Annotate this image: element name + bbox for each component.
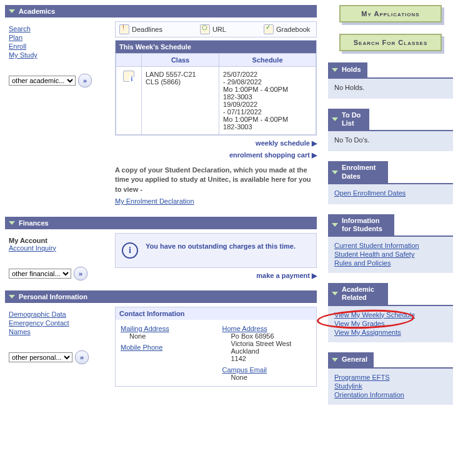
link-search[interactable]: Search (9, 25, 115, 32)
campus-email-link[interactable]: Campus Email (222, 366, 312, 374)
academics-toolbar: Deadlines URL Gradebook (115, 21, 317, 37)
view-weekly-schedule-link[interactable]: View My Weekly Schedule (334, 311, 447, 319)
collapse-icon (332, 117, 338, 121)
collapse-icon (332, 171, 338, 174)
enrolment-cart-link[interactable]: enrolment shopping cart ▶ (115, 151, 317, 159)
mobile-phone-link[interactable]: Mobile Phone (121, 344, 210, 351)
link-enroll[interactable]: Enroll (9, 42, 115, 50)
collapse-icon (9, 295, 15, 299)
finances-title: Finances (19, 219, 49, 227)
link-plan[interactable]: Plan (9, 34, 115, 41)
gradebook-button[interactable]: Gradebook (264, 24, 310, 34)
general-title: General (342, 355, 367, 364)
todo-title: To Do List (342, 111, 363, 127)
cell-class: LAND 5557-C21 CLS (5866) (142, 67, 219, 135)
deadlines-button[interactable]: Deadlines (119, 24, 162, 34)
home-address-value: Po Box 68956 Victoria Street West Auckla… (231, 332, 312, 362)
link-emergency[interactable]: Emergency Contact (9, 319, 115, 327)
campus-email-value: None (231, 374, 312, 381)
academic-related-titlebar[interactable]: Academic Related (328, 283, 388, 304)
make-payment-link[interactable]: make a payment ▶ (115, 272, 317, 280)
declaration-text: A copy of your Student Declaration, whic… (115, 166, 317, 194)
deadlines-icon (119, 24, 129, 34)
enrollment-dates-title: Enrolment Dates (342, 164, 382, 180)
gradebook-icon (264, 24, 274, 34)
link-account-inquiry[interactable]: Account Inquiry (9, 244, 115, 252)
current-student-info-link[interactable]: Current Student Information (334, 242, 447, 249)
holds-title: Holds (342, 66, 361, 74)
contact-title: Contact Information (116, 307, 316, 320)
url-button[interactable]: URL (200, 24, 226, 34)
studylink-link[interactable]: Studylink (334, 382, 447, 390)
academics-title: Academics (19, 7, 55, 15)
table-row: LAND 5557-C21 CLS (5866) 25/07/2022 - 29… (116, 67, 316, 135)
personal-dropdown[interactable]: other personal... (9, 352, 72, 362)
info-students-title: Information for Students (342, 217, 388, 233)
finance-message: You have no outstanding charges at this … (146, 242, 296, 250)
general-titlebar[interactable]: General (328, 352, 374, 367)
holds-titlebar[interactable]: Holds (328, 62, 367, 77)
finances-dropdown[interactable]: other financial... (9, 269, 71, 279)
mailing-address-value: None (129, 332, 210, 340)
enrollment-dates-titlebar[interactable]: Enrolment Dates (328, 161, 388, 182)
personal-title: Personal Information (19, 293, 87, 300)
view-my-grades-link[interactable]: View My Grades (334, 320, 447, 327)
info-icon: i (122, 242, 138, 259)
schedule-title: This Week's Schedule (116, 41, 316, 53)
collapse-icon (332, 292, 338, 295)
orientation-info-link[interactable]: Orientation Information (334, 391, 447, 399)
mailing-address-link[interactable]: Mailing Address (121, 325, 210, 332)
programme-efts-link[interactable]: Programme EFTS (334, 374, 447, 381)
collapse-icon (332, 223, 338, 227)
open-enrollment-link[interactable]: Open Enrollment Dates (334, 189, 447, 197)
academics-titlebar[interactable]: Academics (5, 5, 317, 17)
th-schedule: Schedule (219, 54, 316, 67)
collapse-icon (332, 68, 338, 72)
cell-schedule: 25/07/2022 - 29/08/2022 Mo 1:00PM - 4:00… (219, 67, 316, 135)
th-class: Class (142, 54, 219, 67)
collapse-icon (9, 221, 15, 225)
link-names[interactable]: Names (9, 328, 115, 335)
deadlines-label: Deadlines (132, 26, 162, 33)
url-icon (200, 24, 210, 34)
personal-titlebar[interactable]: Personal Information (5, 290, 317, 303)
holds-body: No Holds. (328, 77, 453, 99)
finances-titlebar[interactable]: Finances (5, 217, 317, 229)
link-demographic[interactable]: Demographic Data (9, 310, 115, 318)
view-my-assignments-link[interactable]: View My Assignments (334, 329, 447, 336)
finances-go-button[interactable]: » (74, 267, 87, 280)
gradebook-label: Gradebook (276, 26, 310, 33)
link-mystudy[interactable]: My Study (9, 51, 115, 59)
search-classes-button[interactable]: Search For Classes (339, 34, 442, 51)
collapse-icon (332, 358, 338, 362)
my-applications-button[interactable]: My Applications (339, 5, 442, 22)
info-students-titlebar[interactable]: Information for Students (328, 214, 394, 236)
rules-policies-link[interactable]: Rules and Policies (334, 259, 447, 267)
declaration-link[interactable]: My Enrolment Declaration (115, 197, 194, 206)
personal-go-button[interactable]: » (75, 350, 89, 364)
academics-dropdown[interactable]: other academic... (9, 76, 76, 86)
finance-message-box: i You have no outstanding charges at thi… (115, 233, 317, 268)
todo-body: No To Do's. (328, 130, 453, 151)
academic-related-title: Academic Related (342, 285, 382, 302)
finances-account-heading: My Account (9, 237, 115, 244)
collapse-icon (9, 9, 15, 13)
url-label: URL (212, 26, 226, 33)
schedule-table: Class Schedule LAND 5557-C21 CLS (5866) … (116, 53, 316, 135)
student-health-link[interactable]: Student Health and Safety (334, 250, 447, 258)
weekly-schedule-link[interactable]: weekly schedule ▶ (115, 139, 317, 147)
home-address-link[interactable]: Home Address (222, 325, 312, 332)
academics-go-button[interactable]: » (78, 74, 92, 87)
todo-titlebar[interactable]: To Do List (328, 109, 369, 130)
deadlines-row-icon[interactable] (123, 71, 134, 82)
